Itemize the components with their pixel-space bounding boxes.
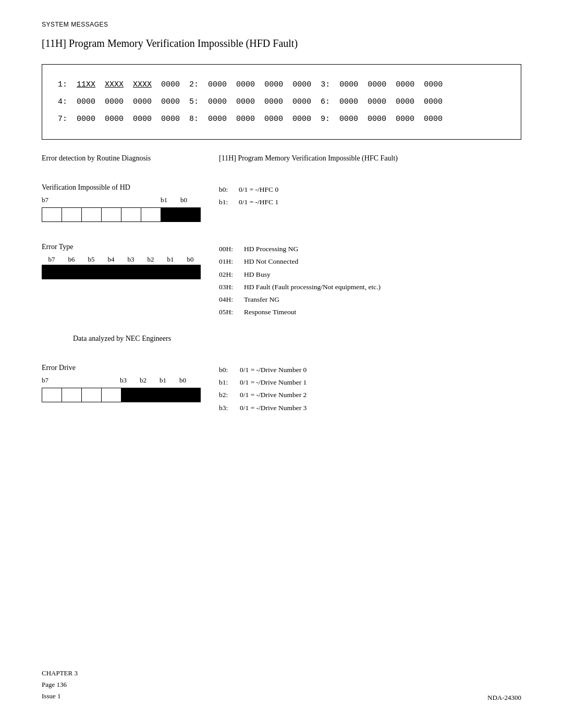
v-b7-label: b7 [42, 196, 48, 204]
nec-note: Data analyzed by NEC Engineers [73, 335, 521, 343]
footer-page: Page 136 [42, 679, 78, 690]
ed-bit-6 [62, 388, 82, 402]
et-bit-5 [82, 265, 102, 279]
ed-b3-label: b3 [120, 376, 127, 385]
code-line-1: 1: 11XX XXXX XXXX 0000 2: 0000 0000 0000… [58, 76, 505, 93]
error-detection-section: Error detection by Routine Diagnosis [11… [42, 154, 521, 163]
error-drive-bit-cells [42, 388, 219, 402]
v-def-b0: b0: 0/1 = -/HFC 0 [219, 183, 521, 196]
verification-bit-cells [42, 207, 219, 222]
error-detection-label: Error detection by Routine Diagnosis [42, 154, 219, 163]
verification-section: Verification Impossible of HD b7 b1 b0 b… [42, 183, 521, 222]
et-bit-4 [102, 265, 121, 279]
error-type-right: 00H: HD Processing NG 01H: HD Not Connec… [219, 243, 521, 319]
error-type-left: Error Type b7 b6 b5 b4 b3 b2 b1 b0 [42, 243, 219, 279]
ed-bit-7 [42, 388, 62, 402]
footer-issue: Issue 1 [42, 690, 78, 702]
et-bit-0 [181, 265, 201, 279]
error-type-bit-cells [42, 265, 219, 279]
et-b4-label: b4 [101, 255, 121, 264]
page-title: [11H] Program Memory Verification Imposs… [42, 38, 521, 50]
ed-b2-label: b2 [140, 376, 146, 385]
v-bit-6 [62, 207, 82, 222]
verification-definitions: b0: 0/1 = -/HFC 0 b1: 0/1 = -/HFC 1 [219, 183, 521, 209]
error-type-bit-top-labels: b7 b6 b5 b4 b3 b2 b1 b0 [42, 255, 219, 264]
verification-bit-top-labels: b7 b1 b0 [42, 196, 219, 207]
error-type-definitions: 00H: HD Processing NG 01H: HD Not Connec… [219, 243, 521, 319]
ed-def-b3: b3: 0/1 = -/Drive Number 3 [219, 402, 521, 414]
v-bit-7 [42, 207, 62, 222]
et-def-05h: 05H: Response Timeout [219, 306, 521, 318]
error-detection-description: [11H] Program Memory Verification Imposs… [219, 154, 521, 163]
et-b2-label: b2 [141, 255, 161, 264]
ed-def-b2: b2: 0/1 = -/Drive Number 2 [219, 389, 521, 401]
et-b3-label: b3 [121, 255, 141, 264]
et-bit-3 [121, 265, 141, 279]
v-bit-5 [82, 207, 102, 222]
footer: CHAPTER 3 Page 136 Issue 1 NDA-24300 [42, 668, 521, 702]
et-b6-label: b6 [62, 255, 81, 264]
ed-b7-label: b7 [42, 376, 48, 385]
v-bit-1 [161, 207, 181, 222]
et-def-04h: 04H: Transfer NG [219, 293, 521, 306]
error-drive-definitions: b0: 0/1 = -/Drive Number 0 b1: 0/1 = -/D… [219, 364, 521, 414]
v-def-b1: b1: 0/1 = -/HFC 1 [219, 196, 521, 208]
error-drive-section: Error Drive b7 b3 b2 b1 b0 b0: 0/1 = -/D… [42, 364, 521, 414]
footer-left: CHAPTER 3 Page 136 Issue 1 [42, 668, 78, 702]
error-drive-right: b0: 0/1 = -/Drive Number 0 b1: 0/1 = -/D… [219, 364, 521, 414]
v-bit-4 [102, 207, 121, 222]
verification-right: b0: 0/1 = -/HFC 0 b1: 0/1 = -/HFC 1 [219, 183, 521, 209]
ed-def-b0: b0: 0/1 = -/Drive Number 0 [219, 364, 521, 376]
v-bit-2 [141, 207, 161, 222]
system-messages-label: SYSTEM MESSAGES [42, 21, 521, 28]
ed-b0-label: b0 [179, 376, 186, 385]
et-def-01h: 01H: HD Not Connected [219, 255, 521, 268]
ed-bit-0 [181, 388, 201, 402]
ed-bit-5 [82, 388, 102, 402]
et-bit-6 [62, 265, 82, 279]
ed-bit-4 [102, 388, 121, 402]
v-b1-label: b1 [161, 196, 167, 204]
et-def-00h: 00H: HD Processing NG [219, 243, 521, 255]
et-bit-7 [42, 265, 62, 279]
et-bit-1 [161, 265, 181, 279]
et-bit-2 [141, 265, 161, 279]
code-box: 1: 11XX XXXX XXXX 0000 2: 0000 0000 0000… [42, 64, 521, 140]
error-type-title: Error Type [42, 243, 219, 251]
code-line-3: 7: 0000 0000 0000 0000 8: 0000 0000 0000… [58, 110, 505, 128]
et-b7-label: b7 [42, 255, 62, 264]
verification-title: Verification Impossible of HD [42, 183, 219, 192]
v-bit-3 [121, 207, 141, 222]
ed-bit-2 [141, 388, 161, 402]
footer-chapter: CHAPTER 3 [42, 668, 78, 679]
et-def-03h: 03H: HD Fault (Fault processing/Not equi… [219, 281, 521, 293]
code-line-2: 4: 0000 0000 0000 0000 5: 0000 0000 0000… [58, 93, 505, 110]
ed-bit-1 [161, 388, 181, 402]
et-def-02h: 02H: HD Busy [219, 268, 521, 281]
ed-bit-3 [121, 388, 141, 402]
et-b5-label: b5 [81, 255, 101, 264]
verification-left: Verification Impossible of HD b7 b1 b0 [42, 183, 219, 222]
et-b1-label: b1 [161, 255, 180, 264]
v-bit-0 [181, 207, 201, 222]
error-drive-title: Error Drive [42, 364, 219, 372]
et-b0-label: b0 [180, 255, 200, 264]
error-drive-bit-top-labels: b7 b3 b2 b1 b0 [42, 376, 219, 388]
error-type-section: Error Type b7 b6 b5 b4 b3 b2 b1 b0 00H: [42, 243, 521, 319]
error-drive-left: Error Drive b7 b3 b2 b1 b0 [42, 364, 219, 402]
ed-def-b1: b1: 0/1 = -/Drive Number 1 [219, 376, 521, 389]
ed-b1-label: b1 [160, 376, 166, 385]
footer-doc-number: NDA-24300 [487, 694, 521, 702]
v-b0-label: b0 [180, 196, 187, 204]
